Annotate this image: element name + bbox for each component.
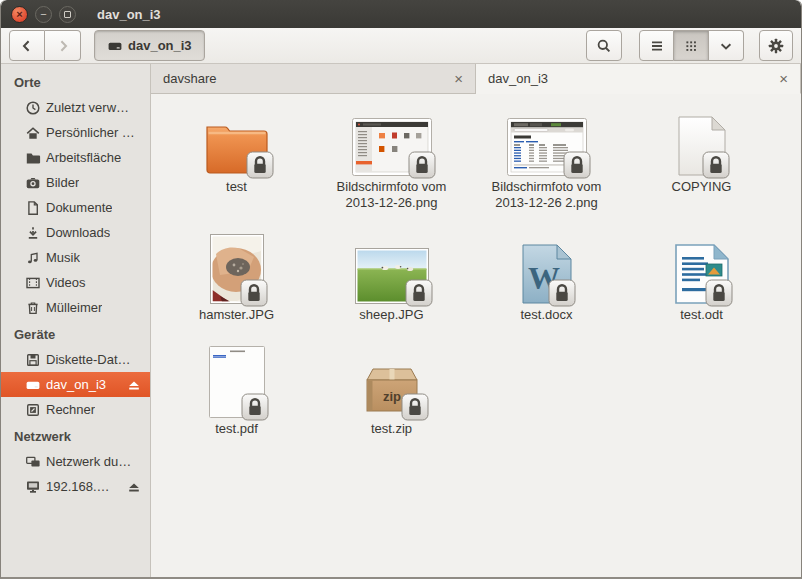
- lock-emblem-icon: [408, 151, 436, 179]
- sidebar-item-label: Diskette-Dat…: [46, 352, 131, 367]
- window-title: dav_on_i3: [97, 7, 161, 22]
- sidebar-item-rechner[interactable]: Rechner: [1, 397, 150, 422]
- toolbar: dav_on_i3: [1, 28, 801, 64]
- sidebar-item-videos[interactable]: Videos: [1, 270, 150, 295]
- music-icon: [25, 250, 41, 266]
- floppy-icon: [25, 352, 41, 368]
- forward-button[interactable]: [45, 30, 81, 61]
- file-item-bildschirmfoto-vom-2013-12-26-png[interactable]: Bildschirmfoto vom 2013-12-26.png: [314, 96, 469, 212]
- lock-emblem-icon: [405, 279, 433, 307]
- close-icon[interactable]: ×: [452, 71, 465, 86]
- network-drive-icon: [25, 479, 41, 495]
- file-item-sheep-jpg[interactable]: sheep.JPG: [314, 224, 469, 323]
- computer-icon: [25, 402, 41, 418]
- gear-icon: [768, 38, 784, 54]
- photo-sheep-thumb: [355, 248, 429, 304]
- file-grid[interactable]: testBildschirmfoto vom 2013-12-26.pngBil…: [151, 94, 801, 577]
- places-sidebar: OrteZuletzt verw…Persönlicher …Arbeitsfl…: [1, 64, 151, 577]
- sidebar-section-title-ger-te: Geräte: [1, 320, 150, 347]
- tab-label: davshare: [163, 71, 216, 86]
- sidebar-item-diskette-dat[interactable]: Diskette-Dat…: [1, 347, 150, 372]
- file-label: test.docx: [520, 307, 572, 323]
- close-icon[interactable]: ×: [777, 71, 790, 86]
- forward-icon: [55, 38, 71, 54]
- file-item-test-zip[interactable]: ziptest.zip: [314, 338, 469, 437]
- maximize-window-icon[interactable]: [59, 6, 76, 23]
- file-item-copying[interactable]: COPYING: [624, 96, 779, 195]
- sidebar-item-label: Zuletzt verw…: [46, 100, 129, 115]
- file-thumbnail: zip: [359, 340, 425, 418]
- lock-emblem-icon: [705, 279, 733, 307]
- lock-emblem-icon: [401, 393, 429, 421]
- file-item-test-docx[interactable]: Wtest.docx: [469, 224, 624, 323]
- sidebar-item-downloads[interactable]: Downloads: [1, 220, 150, 245]
- file-thumbnail: [352, 98, 432, 176]
- back-button[interactable]: [9, 30, 45, 61]
- sidebar-item-netzwerk-du[interactable]: Netzwerk du…: [1, 449, 150, 474]
- file-label: test.odt: [680, 307, 723, 323]
- eject-icon[interactable]: [127, 480, 141, 494]
- sidebar-item-pers-nlicher[interactable]: Persönlicher …: [1, 120, 150, 145]
- pdf-thumb: [209, 346, 265, 418]
- sidebar-item-192-168[interactable]: 192.168.…: [1, 474, 150, 499]
- folder-icon: [25, 150, 41, 166]
- file-thumbnail: [204, 98, 270, 176]
- file-label: test.pdf: [215, 421, 258, 437]
- sidebar-item-label: Arbeitsfläche: [46, 150, 121, 165]
- history-nav-group: [9, 30, 81, 61]
- sidebar-item-dav-on-i3[interactable]: dav_on_i3: [1, 372, 150, 397]
- close-window-icon[interactable]: ×: [11, 6, 28, 23]
- harddrive-icon: [107, 38, 123, 54]
- settings-button[interactable]: [759, 30, 793, 61]
- eject-icon[interactable]: [127, 378, 141, 392]
- lock-emblem-icon: [246, 151, 274, 179]
- view-options-button[interactable]: [709, 30, 744, 61]
- trash-icon: [25, 300, 41, 316]
- text-thumb: [678, 116, 726, 176]
- titlebar[interactable]: × − dav_on_i3: [1, 0, 801, 28]
- sidebar-item-arbeitsfl-che[interactable]: Arbeitsfläche: [1, 145, 150, 170]
- view-toggle-group: [639, 30, 744, 61]
- file-item-test[interactable]: test: [159, 96, 314, 195]
- search-button[interactable]: [586, 30, 622, 61]
- sidebar-item-zuletzt-verw[interactable]: Zuletzt verw…: [1, 95, 150, 120]
- file-item-bildschirmfoto-vom-2013-12-26-2-png[interactable]: Bildschirmfoto vom 2013-12-26 2.png: [469, 96, 624, 212]
- file-label: sheep.JPG: [359, 307, 423, 323]
- file-thumbnail: [209, 340, 265, 418]
- search-icon: [596, 38, 612, 54]
- minimize-window-icon[interactable]: −: [35, 6, 52, 23]
- file-thumbnail: W: [522, 226, 572, 304]
- file-thumbnail: [678, 98, 726, 176]
- file-label: Bildschirmfoto vom 2013-12-26 2.png: [476, 179, 618, 212]
- sidebar-item-label: Videos: [46, 275, 86, 290]
- maximize-glyph: [64, 11, 71, 18]
- tab-davshare[interactable]: davshare×: [151, 64, 476, 94]
- file-thumbnail: [355, 226, 429, 304]
- file-item-hamster-jpg[interactable]: hamster.JPG: [159, 224, 314, 323]
- tab-dav-on-i3[interactable]: dav_on_i3×: [476, 64, 801, 94]
- list-view-button[interactable]: [639, 30, 674, 61]
- sidebar-item-bilder[interactable]: Bilder: [1, 170, 150, 195]
- sidebar-item-label: Musik: [46, 250, 80, 265]
- sidebar-section-title-orte: Orte: [1, 68, 150, 95]
- lock-emblem-icon: [241, 393, 269, 421]
- folder-thumb: [204, 120, 270, 176]
- lock-emblem-icon: [240, 279, 268, 307]
- sidebar-item-label: Rechner: [46, 402, 95, 417]
- harddrive-icon: [25, 377, 41, 393]
- grid-view-button[interactable]: [674, 30, 709, 61]
- sidebar-item-m-lleimer[interactable]: Mülleimer: [1, 295, 150, 320]
- path-button[interactable]: dav_on_i3: [94, 30, 205, 61]
- content-area: davshare×dav_on_i3× testBildschirmfoto v…: [151, 64, 801, 577]
- file-item-test-odt[interactable]: test.odt: [624, 224, 779, 323]
- sidebar-section-title-netzwerk: Netzwerk: [1, 422, 150, 449]
- lock-emblem-icon: [702, 151, 730, 179]
- sidebar-item-label: 192.168.…: [46, 479, 110, 494]
- file-thumbnail: [675, 226, 729, 304]
- sidebar-item-dokumente[interactable]: Dokumente: [1, 195, 150, 220]
- sidebar-item-musik[interactable]: Musik: [1, 245, 150, 270]
- sidebar-item-label: Dokumente: [46, 200, 112, 215]
- screenshot-webpage-thumb: [507, 118, 587, 176]
- file-label: test: [226, 179, 247, 195]
- file-item-test-pdf[interactable]: test.pdf: [159, 338, 314, 437]
